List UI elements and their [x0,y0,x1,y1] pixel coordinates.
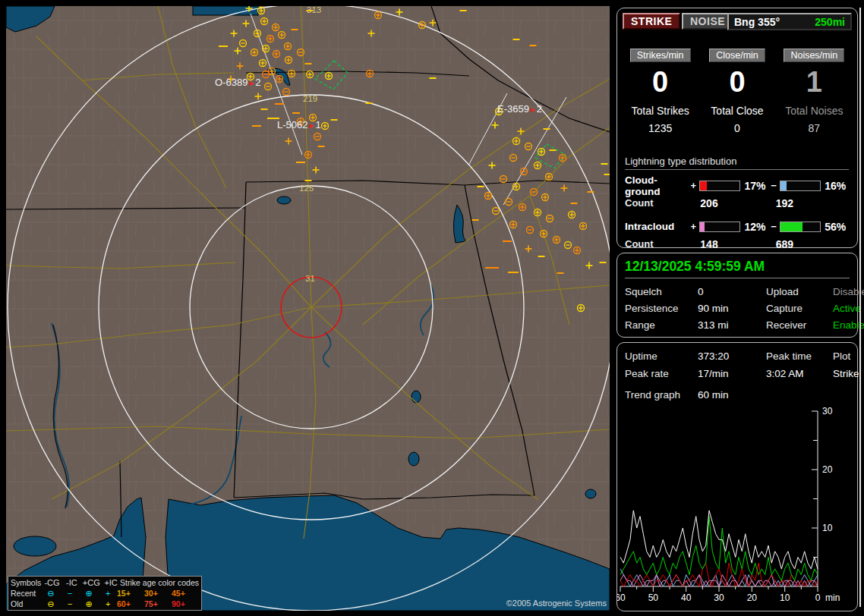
nexstorm-window: { "window": { "copyright": "©2005 Astrog… [0,0,864,616]
x-axis-unit-label: min [825,592,840,603]
legend-pic-glyph: + [99,599,117,608]
storm-cell-label: E-3659►2 [497,103,542,115]
legend-age-row-label: Old [11,599,40,608]
x-axis-tick-label: 20 [747,592,758,603]
legend-pcg-glyph: ⊕ [79,589,99,599]
datetime-display: 12/13/2025 4:59:59 AM [625,259,850,278]
strikes-per-min-value: 0 [622,67,698,97]
count-label: Count [625,238,700,251]
map-canvas: 31321912531 O-6389►2L-5062►1E-3659►2 [6,6,610,611]
range-value: 313 mi [698,319,766,331]
lake [277,196,291,204]
noises-per-min-button[interactable]: Noises/min [784,49,844,62]
legend-age-values: 15+30+45+ [117,589,199,598]
ring-distance-label: 31 [305,274,315,283]
close-per-min-button[interactable]: Close/min [709,49,765,62]
legend-row-old: Old⊖−⊕+60+75+90+ [11,599,199,609]
cloud-ground-label: Cloud-ground [625,174,691,197]
peak-time-label: Peak time [766,350,833,362]
legend-col-pcg: +CG [80,578,102,587]
noise-mode-button[interactable]: NOISE [682,13,733,30]
persistence-label: Persistence [625,303,698,314]
stats-grid: Uptime 373:20 Peak time Plot Peak rate 1… [625,350,850,379]
legend-age-label: 45+ [172,589,199,598]
settings-grid: Squelch 0 Upload Disabled Persistence 90… [625,286,850,331]
legend-pcg-glyph: ⊕ [79,599,99,609]
cg-plus-percent: 17% [740,180,771,192]
noises-column: Noises/min 1 Total Noises 87 [776,48,853,134]
close-column: Close/min 0 Total Close 0 [698,48,775,134]
minus-sign: − [771,180,779,191]
lake [408,452,419,466]
peak-rate-value: 17/min [698,368,766,379]
lake [412,391,421,403]
legend-pic-glyph: + [99,589,117,598]
legend-age-values: 60+75+90+ [117,599,199,608]
cg-minus-bar [780,181,821,191]
receiver-label: Receiver [766,319,833,331]
ring-distance-label: 313 [307,6,321,14]
strikes-column: Strikes/min 0 Total Strikes 1235 [622,48,698,134]
window-edge [859,8,861,607]
y-axis-tick-label: 30 [822,406,833,416]
x-axis-tick-label: 30 [714,592,724,603]
noises-per-min-value: 1 [776,67,853,97]
legend-age-label: 60+ [117,599,144,608]
x-axis-tick-label: 60 [617,592,626,603]
total-close-label: Total Close [698,105,775,117]
total-strikes-value: 1235 [622,122,698,134]
symbol-legend: Symbols -CG -IC +CG +IC Strike age color… [8,576,202,611]
trend-graph: 1020306050403020100min [617,405,859,610]
persistence-value: 90 min [698,303,766,314]
y-axis-tick-label: 10 [822,523,833,533]
x-axis-tick-label: 40 [681,592,692,603]
total-noises-value: 87 [776,122,853,134]
peak-time-value: 3:02 AM [766,368,833,379]
intracloud-row: Intracloud + 12% − 56% [625,220,851,233]
rate-counters: Strikes/min 0 Total Strikes 1235 Close/m… [622,48,853,134]
x-axis-tick-label: 50 [648,592,659,603]
plus-sign: + [691,221,699,232]
x-axis-tick-label: 10 [780,592,790,603]
cg-plus-count: 206 [700,197,775,210]
legend-age-row-label: Recent [11,589,40,598]
lake [14,536,56,556]
total-strikes-label: Total Strikes [622,105,698,117]
ic-minus-percent: 56% [821,221,851,233]
trend-window-value: 60 min [698,389,850,401]
legend-age-label: 30+ [144,589,172,598]
lightning-map[interactable]: 31321912531 O-6389►2L-5062►1E-3659►2 Sym… [6,6,610,611]
strikes-per-min-button[interactable]: Strikes/min [630,49,691,62]
range-label: Range [625,319,698,331]
upload-label: Upload [766,286,833,297]
strike-mode-button[interactable]: STRIKE [623,13,680,30]
y-axis-tick-label: 20 [822,464,833,475]
squelch-value: 0 [698,286,766,297]
range-value: 250mi [815,16,845,28]
plot-label: Plot [833,350,859,362]
ic-plus-bar [699,222,741,232]
distribution-title: Lightning type distribution [625,156,849,170]
lake [585,489,596,498]
ic-plus-count: 148 [700,238,775,251]
uptime-label: Uptime [625,350,698,362]
legend-age-label: 75+ [144,599,172,608]
legend-col-nic: -IC [62,578,80,587]
squelch-label: Squelch [625,286,698,297]
intracloud-counts: Count 148 689 [625,238,851,251]
count-label: Count [625,197,700,210]
lightning-distribution: Lightning type distribution Cloud-ground… [625,156,851,261]
trend-graph-header: Trend graph 60 min [625,389,850,401]
stats-trend-box: Uptime 373:20 Peak time Plot Peak rate 1… [616,342,858,611]
copyright-text: ©2005 Astrogenic Systems [506,599,607,608]
ring-distance-label: 219 [303,94,317,103]
ring-distance-label: 125 [299,184,314,193]
legend-ncg-glyph: ⊖ [40,589,61,599]
trend-series--ic-rate [620,517,818,581]
plus-sign: + [691,180,699,191]
cloud-ground-row: Cloud-ground + 17% − 16% [625,179,851,192]
legend-header-row: Symbols -CG -IC +CG +IC Strike age color… [11,577,199,588]
cg-minus-percent: 16% [821,180,851,192]
trend-series-total-strike-rate [620,511,818,569]
cloud-ground-counts: Count 206 192 [625,197,851,210]
